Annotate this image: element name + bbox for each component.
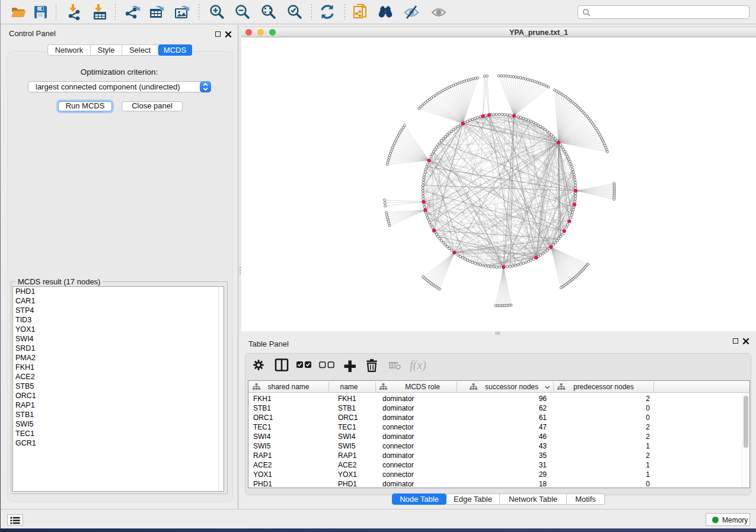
svg-text:f(x): f(x) (410, 358, 426, 372)
